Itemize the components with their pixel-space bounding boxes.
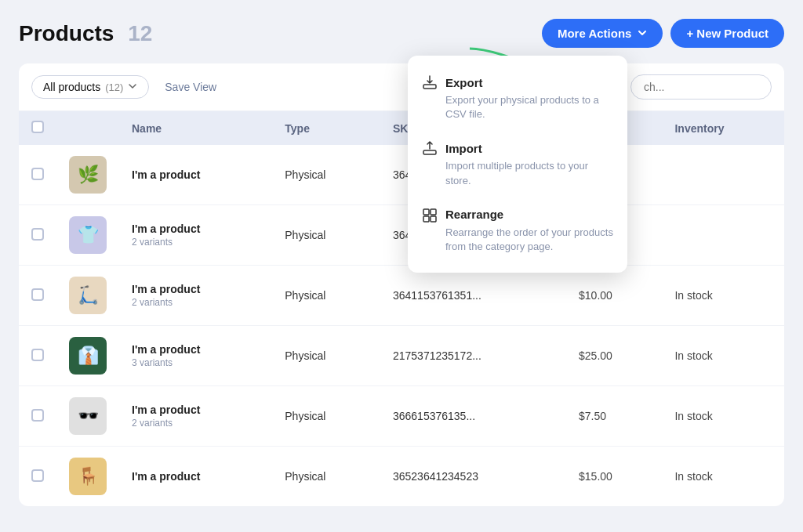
row-checkbox[interactable] <box>31 349 44 361</box>
export-icon <box>422 74 438 90</box>
product-image-cell: 🕶️ <box>56 386 119 447</box>
table-row[interactable]: 🌿I'm a productPhysical364215376135 <box>19 145 784 205</box>
dropdown-item-rearrange[interactable]: RearrangeRearrange the order of your pro… <box>408 197 627 263</box>
dropdown-item-export[interactable]: ExportExport your physical products to a… <box>408 65 627 131</box>
svg-rect-3 <box>431 209 436 215</box>
import-icon <box>422 140 438 156</box>
product-inventory-cell: In stock <box>662 386 784 447</box>
product-inventory-cell: In stock <box>662 447 784 507</box>
dropdown-item-header-import: Import <box>422 140 613 156</box>
product-name: I'm a product <box>132 283 260 295</box>
product-type-cell: Physical <box>272 326 380 386</box>
row-checkbox[interactable] <box>31 168 44 180</box>
product-name-cell: I'm a product <box>119 447 272 507</box>
product-sku-cell: 366615376135... <box>380 386 566 447</box>
dropdown-item-header-rearrange: Rearrange <box>422 207 613 223</box>
product-inventory-cell <box>662 145 784 205</box>
dropdown-item-title-rearrange: Rearrange <box>445 208 503 221</box>
product-thumbnail: 👔 <box>69 337 107 375</box>
dropdown-item-import[interactable]: ImportImport multiple products to your s… <box>408 131 627 197</box>
chevron-down-icon <box>638 27 647 40</box>
more-actions-dropdown: ExportExport your physical products to a… <box>408 56 627 273</box>
page-title: Products 12 <box>19 21 152 45</box>
product-thumbnail: 👕 <box>69 216 107 254</box>
product-variants: 3 variants <box>132 357 260 368</box>
more-actions-button[interactable]: More Actions <box>542 19 663 48</box>
table-row[interactable]: 🕶️I'm a product2 variantsPhysical3666153… <box>19 386 784 447</box>
product-sku-cell: 36523641234523 <box>380 447 566 507</box>
row-checkbox[interactable] <box>31 228 44 241</box>
product-variants: 2 variants <box>132 418 260 429</box>
toolbar: All products (12) Save View <box>19 63 784 111</box>
product-type-cell: Physical <box>272 386 380 447</box>
row-checkbox-cell <box>19 145 56 205</box>
search-input[interactable] <box>630 74 772 100</box>
table-row[interactable]: 🛴I'm a product2 variantsPhysical36411537… <box>19 266 784 326</box>
save-view-button[interactable]: Save View <box>157 76 224 98</box>
product-count: 12 <box>128 21 152 45</box>
product-price-cell: $25.00 <box>566 326 662 386</box>
product-inventory-cell: In stock <box>662 326 784 386</box>
product-type-cell: Physical <box>272 266 380 326</box>
title-group: Products 12 <box>19 21 152 46</box>
product-name: I'm a product <box>132 168 260 181</box>
filter-pill[interactable]: All products (12) <box>31 75 149 99</box>
product-name: I'm a product <box>132 223 260 235</box>
product-image-cell: 👕 <box>56 205 119 266</box>
table-row[interactable]: 👕I'm a product2 variantsPhysical36421537… <box>19 205 784 266</box>
dropdown-item-title-export: Export <box>445 76 483 89</box>
title-text: Products <box>19 21 114 45</box>
svg-rect-5 <box>431 216 436 222</box>
row-checkbox-cell <box>19 386 56 447</box>
col-image <box>56 111 119 145</box>
product-image-cell: 👔 <box>56 326 119 386</box>
header-actions: More Actions + New Product <box>542 19 784 48</box>
filter-label: All products <box>43 81 100 93</box>
product-name: I'm a product <box>132 343 260 356</box>
new-product-label: + New Product <box>686 27 768 40</box>
product-inventory-cell: In stock <box>662 266 784 326</box>
product-sku-cell: 3641153761351... <box>380 266 566 326</box>
dropdown-item-header-export: Export <box>422 74 613 90</box>
product-name-cell: I'm a product2 variants <box>119 266 272 326</box>
dropdown-item-desc-export: Export your physical products to a CSV f… <box>422 93 613 121</box>
products-table: Name Type SKU Price Inventory 🌿I'm a pro… <box>19 111 784 506</box>
new-product-button[interactable]: + New Product <box>670 19 784 48</box>
product-name: I'm a product <box>132 404 260 416</box>
product-name-cell: I'm a product3 variants <box>119 326 272 386</box>
product-type-cell: Physical <box>272 145 380 205</box>
row-checkbox-cell <box>19 326 56 386</box>
col-checkbox <box>19 111 56 145</box>
row-checkbox[interactable] <box>31 409 44 422</box>
select-all-checkbox[interactable] <box>31 121 44 133</box>
product-type-cell: Physical <box>272 447 380 507</box>
row-checkbox[interactable] <box>31 469 44 482</box>
product-image-cell: 🪑 <box>56 447 119 507</box>
product-name-cell: I'm a product2 variants <box>119 205 272 266</box>
svg-rect-4 <box>423 216 429 222</box>
row-checkbox-cell <box>19 266 56 326</box>
product-type-cell: Physical <box>272 205 380 266</box>
products-card: All products (12) Save View Name Type SK… <box>19 63 784 506</box>
product-inventory-cell <box>662 205 784 266</box>
row-checkbox-cell <box>19 447 56 507</box>
svg-rect-0 <box>423 85 436 89</box>
product-thumbnail: 🕶️ <box>69 397 107 435</box>
product-variants: 2 variants <box>132 297 260 308</box>
svg-rect-2 <box>423 209 429 215</box>
filter-chevron-icon <box>128 81 137 93</box>
col-name: Name <box>119 111 272 145</box>
product-thumbnail: 🛴 <box>69 277 107 314</box>
product-name-cell: I'm a product2 variants <box>119 386 272 447</box>
dropdown-item-desc-import: Import multiple products to your store. <box>422 159 613 187</box>
product-price-cell: $10.00 <box>566 266 662 326</box>
product-variants: 2 variants <box>132 237 260 248</box>
row-checkbox[interactable] <box>31 288 44 301</box>
table-row[interactable]: 🪑I'm a productPhysical36523641234523$15.… <box>19 447 784 507</box>
product-price-cell: $7.50 <box>566 386 662 447</box>
product-thumbnail: 🌿 <box>69 156 107 194</box>
product-image-cell: 🌿 <box>56 145 119 205</box>
product-thumbnail: 🪑 <box>69 458 107 495</box>
product-image-cell: 🛴 <box>56 266 119 326</box>
table-row[interactable]: 👔I'm a product3 variantsPhysical21753712… <box>19 326 784 386</box>
